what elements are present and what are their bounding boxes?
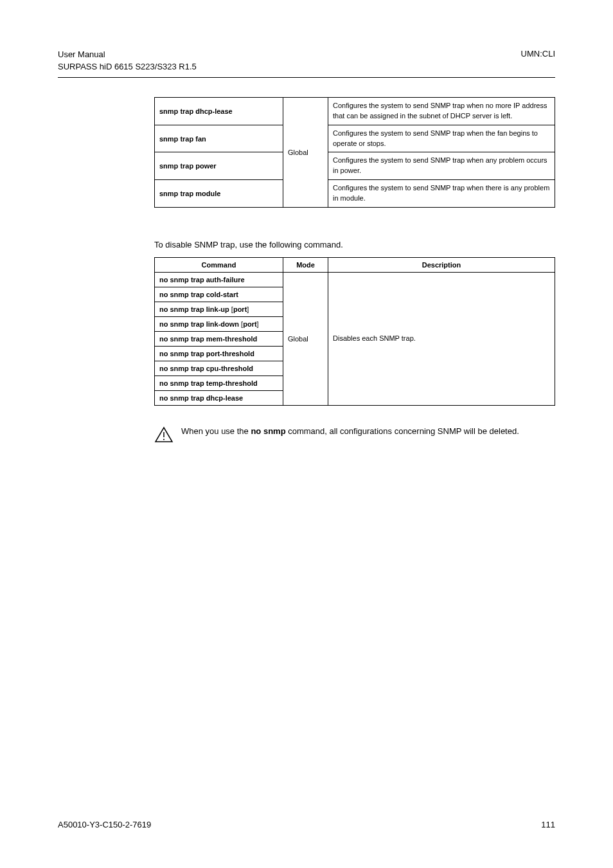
table-row: no snmp trap auth-failure Global Disable… bbox=[155, 273, 555, 287]
cmd-cell: snmp trap fan bbox=[155, 125, 283, 152]
caution-icon bbox=[154, 426, 173, 445]
footer-doc-id: A50010-Y3-C150-2-7619 bbox=[58, 820, 151, 829]
page-footer: A50010-Y3-C150-2-7619 111 bbox=[58, 820, 555, 829]
cmd-cell: no snmp trap link-up [port] bbox=[155, 302, 283, 317]
desc-cell: Configures the system to send SNMP trap … bbox=[328, 125, 555, 152]
table-row: snmp trap fan Configures the system to s… bbox=[155, 125, 555, 152]
info-suffix: command, all configurations concerning S… bbox=[286, 426, 519, 436]
cmd-cell: snmp trap module bbox=[155, 180, 283, 208]
mode-cell: Global bbox=[283, 273, 328, 406]
footer-page-number: 111 bbox=[541, 820, 555, 829]
header-description: Description bbox=[328, 258, 555, 273]
desc-cell: Configures the system to send SNMP trap … bbox=[328, 97, 555, 125]
table-row: snmp trap dhcp-lease Global Configures t… bbox=[155, 97, 555, 125]
cmd-cell: snmp trap power bbox=[155, 152, 283, 180]
header-right: UMN:CLI bbox=[521, 49, 555, 59]
header-mode: Mode bbox=[283, 258, 328, 273]
cmd-cell: no snmp trap temp-threshold bbox=[155, 376, 283, 391]
table-row: snmp trap power Configures the system to… bbox=[155, 152, 555, 180]
mode-cell: Global bbox=[283, 97, 328, 208]
snmp-trap-enable-table: snmp trap dhcp-lease Global Configures t… bbox=[154, 97, 555, 208]
cmd-cell: no snmp trap dhcp-lease bbox=[155, 391, 283, 406]
cmd-cell: snmp trap dhcp-lease bbox=[155, 97, 283, 125]
cmd-cell: no snmp trap link-down [port] bbox=[155, 317, 283, 332]
page-header: User Manual SURPASS hiD 6615 S223/S323 R… bbox=[58, 49, 555, 73]
desc-cell: Configures the system to send SNMP trap … bbox=[328, 180, 555, 208]
info-cmd: no snmp bbox=[251, 426, 285, 436]
desc-cell: Disables each SNMP trap. bbox=[328, 273, 555, 406]
cmd-cell: no snmp trap cpu-threshold bbox=[155, 361, 283, 376]
table-row: snmp trap module Configures the system t… bbox=[155, 180, 555, 208]
cmd-cell: no snmp trap auth-failure bbox=[155, 273, 283, 287]
table-header-row: Command Mode Description bbox=[155, 258, 555, 273]
info-prefix: When you use the bbox=[181, 426, 251, 436]
intro-text: To disable SNMP trap, use the following … bbox=[154, 240, 555, 249]
desc-cell: Configures the system to send SNMP trap … bbox=[328, 152, 555, 180]
device-model: SURPASS hiD 6615 S223/S323 R1.5 bbox=[58, 61, 197, 73]
cmd-cell: no snmp trap port-threshold bbox=[155, 347, 283, 361]
content-area: snmp trap dhcp-lease Global Configures t… bbox=[154, 97, 555, 446]
header-left: User Manual SURPASS hiD 6615 S223/S323 R… bbox=[58, 49, 197, 73]
cmd-cell: no snmp trap mem-threshold bbox=[155, 332, 283, 347]
header-divider bbox=[58, 77, 555, 78]
cmd-cell: no snmp trap cold-start bbox=[155, 287, 283, 302]
manual-title: User Manual bbox=[58, 49, 197, 61]
snmp-trap-disable-table: Command Mode Description no snmp trap au… bbox=[154, 257, 555, 406]
info-text: When you use the no snmp command, all co… bbox=[181, 425, 519, 438]
info-note: When you use the no snmp command, all co… bbox=[154, 425, 555, 445]
svg-point-2 bbox=[163, 439, 164, 440]
header-command: Command bbox=[155, 258, 283, 273]
